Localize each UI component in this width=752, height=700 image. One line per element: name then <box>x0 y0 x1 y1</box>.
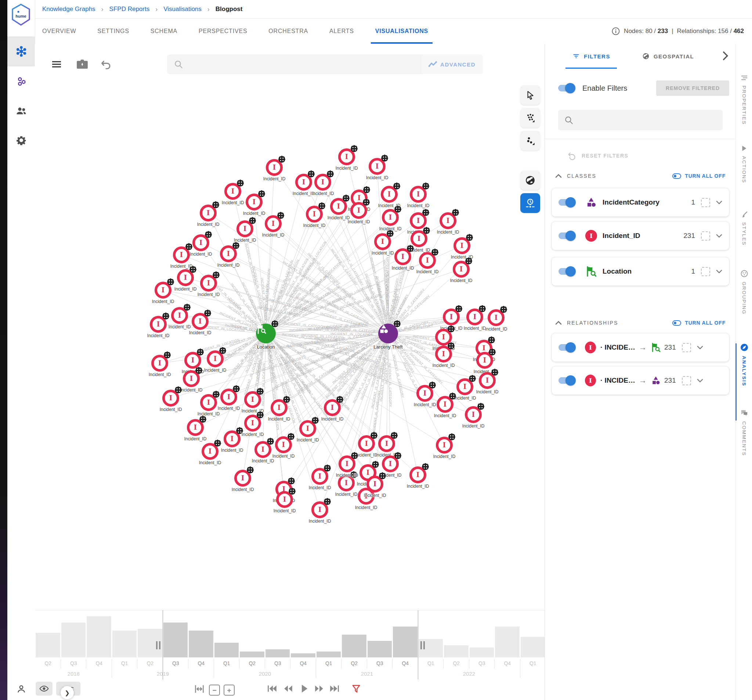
geospatial-tool-button[interactable] <box>520 170 540 190</box>
scatter-tool-button[interactable] <box>520 131 540 151</box>
graph-node-incident[interactable]: IIncident_ID <box>437 396 454 413</box>
expand-class-button[interactable] <box>716 201 722 204</box>
class-toggle[interactable] <box>558 268 575 275</box>
rail-tab-comments[interactable]: COMMENTS <box>736 409 752 456</box>
graph-node-incident[interactable]: IIncident_ID <box>436 437 453 454</box>
tab-settings[interactable]: SETTINGS <box>97 19 129 44</box>
graph-node-incident[interactable]: IIncident_ID <box>479 372 496 389</box>
graph-node-incident[interactable]: IIncident_ID <box>224 431 241 447</box>
classes-turn-all-off-button[interactable]: TURN ALL OFF <box>672 173 726 179</box>
timeline-expand-button[interactable]: ❯ <box>61 686 74 699</box>
graph-node-incident[interactable]: IIncident_ID <box>453 261 470 278</box>
graph-node-incident[interactable]: IIncident_ID <box>151 355 168 372</box>
graph-node-incident[interactable]: IIncident_ID <box>200 394 217 411</box>
graph-node-incident[interactable]: IIncident_ID <box>299 420 316 437</box>
breadcrumb-link[interactable]: SFPD Reports <box>109 6 150 13</box>
graph-node-incident[interactable]: IIncident_ID <box>306 206 323 222</box>
skip-start-button[interactable] <box>267 684 277 694</box>
fit-range-button[interactable] <box>194 684 205 694</box>
breadcrumb-link[interactable]: Visualisations <box>163 6 202 13</box>
sidebar-item-schemas[interactable] <box>7 67 35 96</box>
graph-node-incident[interactable]: IIncident_ID <box>187 419 204 436</box>
expand-relationship-button[interactable] <box>697 345 703 349</box>
reset-filters-button[interactable]: RESET FILTERS <box>567 151 628 160</box>
sidebar-item-account[interactable] <box>7 681 35 697</box>
graph-node-incident[interactable]: IIncident_ID <box>338 148 355 165</box>
sidebar-item-settings[interactable] <box>7 125 35 156</box>
graph-node-incident[interactable]: IIncident_ID <box>374 233 391 250</box>
graph-node-incident[interactable]: IIncident_ID <box>224 183 241 200</box>
graph-node-incident[interactable]: IIncident_ID <box>220 245 237 262</box>
graph-node-incident[interactable]: IIncident_ID <box>162 390 179 406</box>
graph-node-incident[interactable]: IIncident_ID <box>367 476 383 493</box>
breadcrumb-link[interactable]: Knowledge Graphs <box>42 6 95 13</box>
range-grip-right[interactable] <box>420 641 425 649</box>
class-card-incident-id[interactable]: I Incident_ID 231 <box>552 221 729 250</box>
graph-node-incident[interactable]: IIncident_ID <box>476 352 493 369</box>
graph-node-incident[interactable]: IIncident_ID <box>457 378 473 395</box>
tab-geospatial[interactable]: GEOSPATIAL <box>642 44 694 69</box>
graph-node-incident[interactable]: IIncident_ID <box>381 186 398 203</box>
relationship-card-incident-is-category[interactable]: I · INCIDE… → 231 <box>552 366 729 395</box>
layout-tool-button[interactable] <box>520 108 540 128</box>
timeline-zoom-in-button[interactable]: + <box>224 684 235 695</box>
select-class-button[interactable] <box>701 267 710 276</box>
graph-node-incident[interactable]: IIncident_ID <box>339 456 356 472</box>
skip-end-button[interactable] <box>329 684 340 694</box>
relationship-toggle[interactable] <box>558 344 575 351</box>
graph-node-incident[interactable]: IIncident_ID <box>410 230 427 247</box>
rail-tab-analysis[interactable]: ANALYSIS <box>736 344 752 386</box>
graph-node-incident[interactable]: IIncident_ID <box>265 215 282 232</box>
step-forward-button[interactable] <box>314 684 324 694</box>
graph-node-incident[interactable]: IIncident_ID <box>244 415 261 431</box>
relationship-toggle[interactable] <box>558 377 575 384</box>
rail-tab-grouping[interactable]: GROUPING <box>736 270 752 315</box>
relationship-card-incident-in-location[interactable]: I · INCIDE… → 231 <box>552 333 729 362</box>
graph-node-incident[interactable]: IIncident_ID <box>245 194 263 210</box>
graph-node-incident[interactable]: IIncident_ID <box>255 441 271 458</box>
graph-node-incident[interactable]: IIncident_ID <box>395 248 411 265</box>
graph-node-incident[interactable]: IIncident_ID <box>220 389 237 406</box>
tab-visualisations[interactable]: VISUALISATIONS <box>375 19 428 44</box>
graph-node-incident[interactable]: IIncident_ID <box>150 316 167 333</box>
graph-canvas[interactable]: ADVANCED INCIDENT_IN_LOCATIONINCIDENT_IS… <box>35 44 545 700</box>
graph-node-incident[interactable]: IIncident_ID <box>171 307 188 324</box>
graph-node-incident[interactable]: IIncident_ID <box>409 467 426 483</box>
hume-logo[interactable]: hume <box>9 3 33 26</box>
tab-overview[interactable]: OVERVIEW <box>42 19 76 44</box>
graph-node-incident[interactable]: IIncident_ID <box>200 275 217 292</box>
graph-node-incident[interactable]: IIncident_ID <box>324 399 341 416</box>
graph-node-incident[interactable]: IIncident_ID <box>183 370 200 387</box>
filters-search-input[interactable] <box>578 117 717 124</box>
tab-schema[interactable]: SCHEMA <box>151 19 177 44</box>
graph-node-incident[interactable]: IIncident_ID <box>270 399 287 416</box>
chevron-up-icon[interactable] <box>555 174 562 178</box>
graph-node-incident[interactable]: IIncident_ID <box>382 209 399 226</box>
graph-node-incident[interactable]: IIncident_ID <box>454 237 470 254</box>
graph-node-incident[interactable]: IIncident_ID <box>266 159 283 176</box>
rail-tab-actions[interactable]: ACTIONS <box>736 145 752 183</box>
chevron-up-icon[interactable] <box>555 321 562 325</box>
graph-node-incident[interactable]: IIncident_ID <box>440 212 457 229</box>
class-card-location[interactable]: Location 1 <box>552 257 729 286</box>
expand-class-button[interactable] <box>716 269 722 273</box>
sidebar-item-graph[interactable] <box>7 36 35 67</box>
graph-node-incident[interactable]: IIncident_ID <box>466 308 483 325</box>
graph-node-incident[interactable]: IIncident_ID <box>202 443 219 460</box>
tab-perspectives[interactable]: PERSPECTIVES <box>199 19 247 44</box>
graph-node-incident[interactable]: IIncident_ID <box>177 269 194 286</box>
step-back-button[interactable] <box>283 684 294 694</box>
graph-node-incident[interactable]: IIncident_ID <box>378 435 395 452</box>
range-divider-left[interactable] <box>163 610 163 680</box>
graph-node-incident[interactable]: IIncident_ID <box>295 174 312 191</box>
graph-node-incident[interactable]: IIncident_ID <box>207 350 224 367</box>
class-toggle[interactable] <box>558 232 575 239</box>
tab-filters[interactable]: FILTERS <box>572 44 610 69</box>
graph-node-incident[interactable]: IIncident_ID <box>314 174 331 191</box>
graph-node-incident[interactable]: IIncident_ID <box>193 234 209 251</box>
timeline-filter-button[interactable] <box>351 684 361 694</box>
graph-node-hub-location[interactable]: Location <box>256 324 276 344</box>
rail-tab-properties[interactable]: PROPERTIES <box>736 75 752 125</box>
graph-node-incident[interactable]: IIncident_ID <box>311 501 328 518</box>
graph-node-incident[interactable]: IIncident_ID <box>382 456 399 472</box>
